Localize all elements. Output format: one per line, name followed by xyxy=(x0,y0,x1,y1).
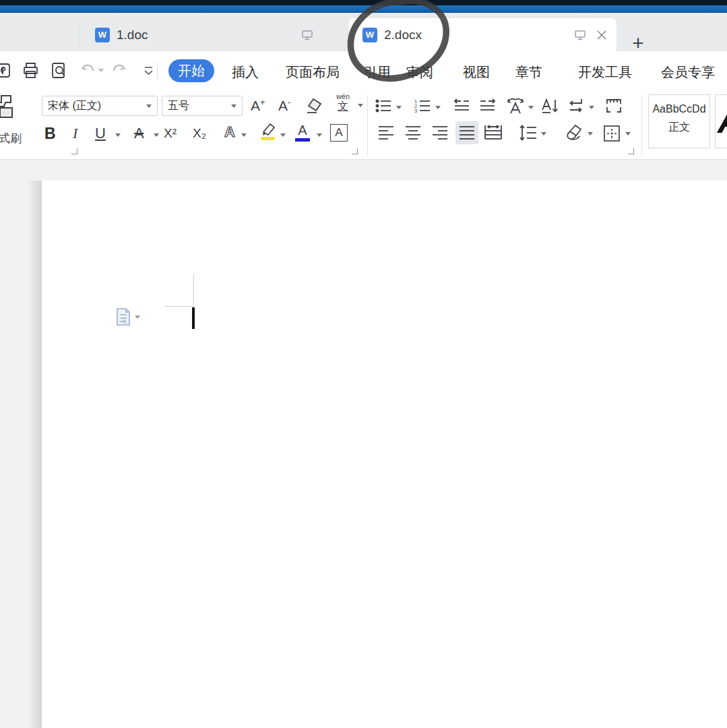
chevron-down-icon[interactable] xyxy=(435,106,441,109)
chevron-down-icon[interactable] xyxy=(358,104,363,107)
tab-1doc[interactable]: W 1.doc xyxy=(80,18,344,51)
print-icon[interactable] xyxy=(22,61,40,80)
line-spacing-icon[interactable] xyxy=(519,123,537,142)
margin-crop-mark xyxy=(193,274,194,306)
wps-doc-icon: W xyxy=(95,28,110,42)
svg-text:A: A xyxy=(224,123,235,140)
format-painter-label[interactable]: 式刷 xyxy=(0,131,22,146)
chevron-down-icon[interactable] xyxy=(588,132,593,135)
decrease-indent-icon[interactable] xyxy=(453,97,471,115)
chevron-down-icon[interactable] xyxy=(115,133,121,137)
monitor-icon[interactable] xyxy=(573,28,587,42)
font-size-value: 五号 xyxy=(168,99,189,113)
chevron-down-icon[interactable] xyxy=(589,106,594,109)
dialog-launcher-icon[interactable] xyxy=(352,148,358,154)
wps-doc-icon: W xyxy=(362,28,377,42)
document-assistant-icon[interactable] xyxy=(115,307,132,327)
underline-button[interactable]: U xyxy=(95,125,106,142)
tab-2docx-label: 2.docx xyxy=(384,28,422,42)
menu-tab-section[interactable]: 章节 xyxy=(515,63,542,82)
tab-2docx[interactable]: W 2.docx xyxy=(349,18,617,51)
menu-tab-developer[interactable]: 开发工具 xyxy=(578,63,632,82)
shrink-font-button[interactable]: A- xyxy=(278,97,290,114)
chevron-down-icon[interactable] xyxy=(241,133,247,137)
chevron-down-icon xyxy=(146,104,152,108)
chevron-down-icon[interactable] xyxy=(396,106,402,109)
italic-button[interactable]: I xyxy=(73,125,77,142)
ribbon: 式刷 宋体 (正文) 五号 A+ A- wén 文 B I U xyxy=(0,88,727,160)
font-size-select[interactable]: 五号 xyxy=(162,96,243,116)
align-center-icon[interactable] xyxy=(404,125,422,143)
line-break-icon[interactable] xyxy=(567,97,585,115)
menu-tab-references[interactable]: 引用 xyxy=(364,63,391,82)
strikethrough-button[interactable]: A xyxy=(134,125,144,142)
group-separator xyxy=(641,94,642,156)
redo-icon[interactable] xyxy=(110,61,128,80)
style-name: 正文 xyxy=(649,121,709,135)
undo-dropdown-icon[interactable] xyxy=(98,69,104,72)
superscript-button[interactable]: X² xyxy=(164,126,177,141)
bullet-list-icon[interactable] xyxy=(375,97,393,115)
group-separator xyxy=(367,94,368,156)
increase-indent-icon[interactable] xyxy=(478,97,497,115)
dialog-launcher-icon[interactable] xyxy=(71,148,77,154)
align-right-icon[interactable] xyxy=(431,125,449,143)
monitor-icon[interactable] xyxy=(301,28,314,42)
page-shadow xyxy=(27,181,42,728)
text-direction-icon[interactable] xyxy=(505,96,524,115)
font-name-select[interactable]: 宋体 (正文) xyxy=(42,96,158,116)
chevron-down-icon[interactable] xyxy=(541,132,546,135)
text-effects-icon[interactable]: A xyxy=(221,123,239,141)
menu-tab-review[interactable]: 审阅 xyxy=(406,63,433,82)
tab-ruler-icon[interactable] xyxy=(604,97,623,115)
numbered-list-icon[interactable]: 123 xyxy=(414,97,432,115)
print-preview-icon[interactable] xyxy=(50,61,68,80)
menu-tab-page-layout[interactable]: 页面布局 xyxy=(286,63,340,82)
style-normal[interactable]: AaBbCcDd 正文 xyxy=(648,94,710,148)
style-preview: AaBbCcDd xyxy=(649,103,709,115)
chevron-down-icon[interactable] xyxy=(135,315,140,319)
chevron-down-icon[interactable] xyxy=(317,133,322,137)
menu-tab-view[interactable]: 视图 xyxy=(463,63,490,82)
document-tabbar: 首页 W 1.doc W 2.docx + xyxy=(0,13,727,51)
sort-icon[interactable] xyxy=(540,96,559,115)
chevron-down-icon xyxy=(231,104,236,108)
menu-tab-insert[interactable]: 插入 xyxy=(232,63,259,82)
font-name-value: 宋体 (正文) xyxy=(48,99,101,113)
titlebar-blue-strip xyxy=(0,5,727,13)
character-border-button[interactable]: A xyxy=(330,124,348,142)
phonetic-guide-button[interactable]: wén 文 xyxy=(333,93,353,113)
svg-text:3: 3 xyxy=(414,108,417,114)
customize-toolbar-icon[interactable] xyxy=(139,61,158,80)
text-cursor xyxy=(192,307,195,329)
document-workspace xyxy=(0,160,727,728)
menubar: 开始 插入 页面布局 引用 审阅 视图 章节 开发工具 会员专享 xyxy=(0,51,727,88)
tab-home-partial[interactable]: 首页 xyxy=(0,18,9,47)
format-painter-icon[interactable] xyxy=(0,93,18,123)
highlight-color-icon[interactable] xyxy=(257,121,278,142)
chevron-down-icon[interactable] xyxy=(154,133,159,137)
chevron-down-icon[interactable] xyxy=(280,133,286,137)
clear-format-icon[interactable] xyxy=(305,97,323,116)
dialog-launcher-icon[interactable] xyxy=(628,148,634,154)
chevron-down-icon[interactable] xyxy=(625,132,631,135)
export-pdf-icon[interactable] xyxy=(0,61,12,80)
margin-crop-mark xyxy=(165,306,194,307)
close-icon[interactable] xyxy=(595,28,608,42)
borders-icon[interactable] xyxy=(602,124,621,142)
align-left-icon[interactable] xyxy=(377,125,396,143)
style-heading-partial[interactable]: A xyxy=(715,94,727,148)
subscript-button[interactable]: X₂ xyxy=(193,126,206,141)
menu-tab-home[interactable]: 开始 xyxy=(168,59,214,82)
shading-icon[interactable] xyxy=(565,123,583,142)
grow-font-button[interactable]: A+ xyxy=(251,97,265,114)
titlebar-top-strip xyxy=(0,0,727,5)
justify-button[interactable] xyxy=(455,121,478,144)
font-color-icon[interactable]: A xyxy=(295,123,310,142)
document-page[interactable] xyxy=(42,181,727,728)
menu-tab-membership[interactable]: 会员专享 xyxy=(661,63,715,82)
chevron-down-icon[interactable] xyxy=(528,106,534,109)
distribute-icon[interactable] xyxy=(484,125,502,143)
bold-button[interactable]: B xyxy=(44,125,56,143)
undo-icon[interactable] xyxy=(79,61,97,80)
